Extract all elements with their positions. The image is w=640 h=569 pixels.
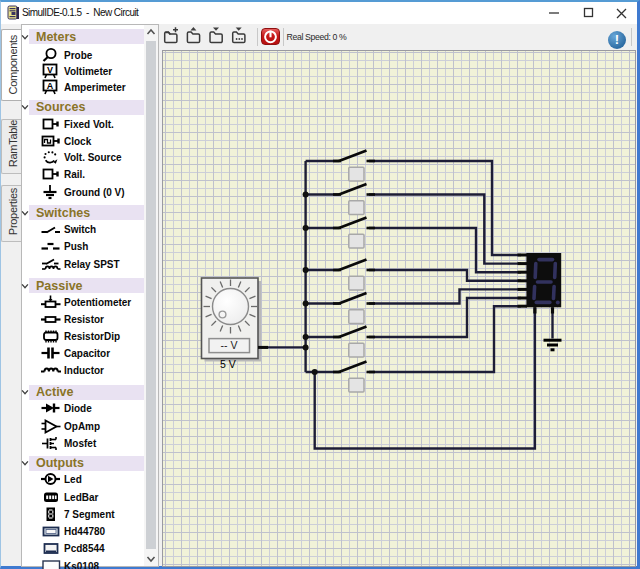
svg-text:A: A: [47, 81, 54, 91]
svg-text:V: V: [47, 65, 53, 75]
svg-text:-- V: -- V: [221, 339, 238, 351]
svg-text:5 V: 5 V: [220, 358, 236, 370]
